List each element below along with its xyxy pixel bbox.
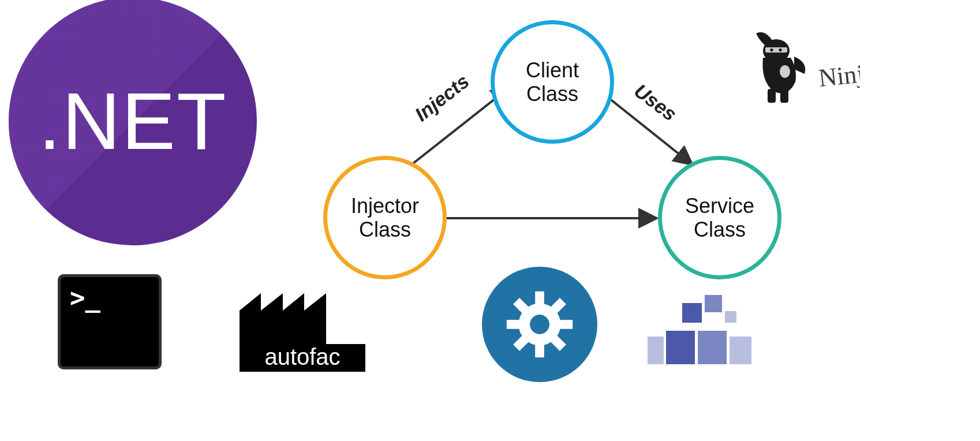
svg-rect-3: [535, 291, 544, 305]
svg-rect-22: [765, 47, 787, 53]
svg-rect-13: [698, 331, 727, 364]
svg-rect-12: [666, 331, 695, 364]
svg-rect-15: [648, 337, 664, 364]
castle-windsor-icon: [648, 291, 757, 372]
node-injector-line2: Class: [359, 218, 411, 241]
node-service-line1: Service: [685, 194, 754, 218]
svg-point-24: [779, 48, 781, 51]
svg-rect-18: [725, 311, 736, 323]
svg-rect-6: [559, 320, 573, 329]
gear-badge: [482, 267, 597, 382]
gear-icon: [502, 287, 577, 362]
node-client: Client Class: [491, 20, 614, 144]
ninject-logo: Ninject!: [745, 29, 860, 110]
svg-point-25: [780, 65, 790, 78]
label-injects: Injects: [410, 70, 473, 126]
svg-rect-4: [535, 344, 544, 357]
terminal-icon: >_: [58, 274, 162, 369]
terminal-prompt: >_: [70, 283, 100, 312]
label-uses: Uses: [630, 79, 680, 125]
svg-rect-21: [780, 89, 788, 103]
node-client-line1: Client: [526, 58, 579, 82]
autofac-label: autofac: [264, 344, 340, 369]
node-client-line2: Class: [526, 82, 578, 106]
svg-rect-5: [507, 320, 520, 329]
node-service: Service Class: [658, 156, 781, 279]
ninject-label: Ninject!: [817, 55, 860, 92]
autofac-logo: autofac: [240, 276, 369, 372]
dotnet-text: .NET: [9, 0, 257, 245]
diagram-canvas: .NET >_ autofac: [0, 0, 980, 441]
svg-rect-16: [682, 303, 702, 323]
node-service-line2: Class: [694, 218, 746, 241]
node-injector: Injector Class: [323, 156, 447, 279]
svg-marker-0: [240, 293, 326, 345]
svg-rect-20: [768, 89, 776, 103]
svg-rect-14: [730, 337, 751, 364]
svg-point-11: [530, 315, 549, 334]
svg-point-23: [770, 48, 773, 51]
dotnet-logo: .NET: [9, 0, 257, 245]
svg-rect-17: [705, 295, 722, 312]
node-injector-line1: Injector: [351, 194, 419, 218]
